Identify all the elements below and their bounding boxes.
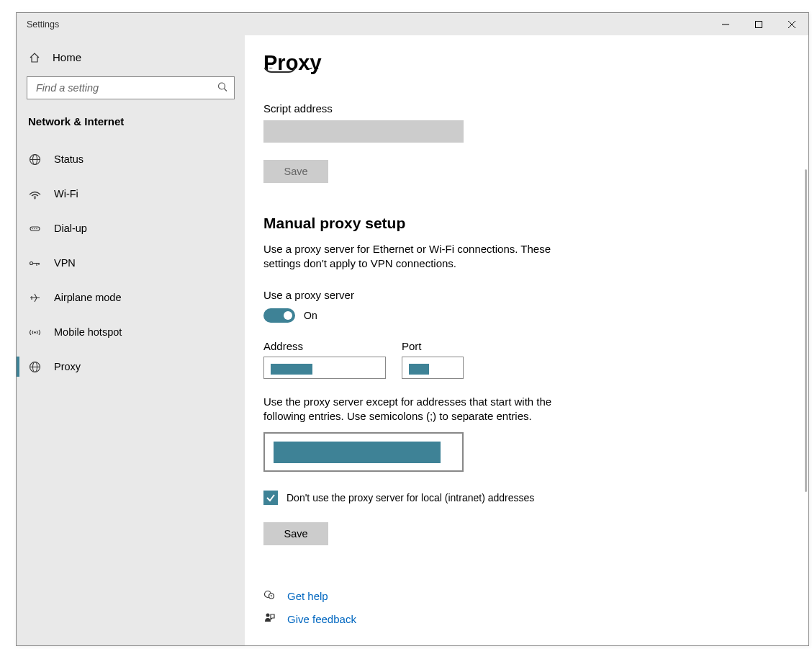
- sidebar-item-label: Proxy: [54, 361, 81, 372]
- setup-script-toggle[interactable]: Off: [263, 68, 808, 85]
- sidebar-item-hotspot[interactable]: Mobile hotspot: [17, 315, 245, 349]
- svg-point-12: [34, 228, 35, 228]
- toggle-state-label: On: [304, 310, 317, 321]
- manual-proxy-desc: Use a proxy server for Ethernet or Wi-Fi…: [263, 242, 587, 272]
- search-input[interactable]: [27, 76, 235, 99]
- sidebar-item-label: Airplane mode: [54, 292, 122, 303]
- script-address-label: Script address: [263, 102, 808, 115]
- window-title: Settings: [27, 19, 59, 30]
- globe-icon: [28, 361, 41, 373]
- redacted-port: [409, 364, 429, 375]
- save-manual-button[interactable]: Save: [263, 522, 328, 545]
- svg-point-4: [219, 83, 225, 89]
- exceptions-input[interactable]: [263, 432, 464, 472]
- sidebar-item-label: Mobile hotspot: [54, 326, 122, 338]
- give-feedback-link[interactable]: Give feedback: [287, 613, 356, 625]
- sidebar-item-dialup[interactable]: Dial-up: [17, 211, 245, 246]
- home-label: Home: [53, 51, 81, 63]
- globe-icon: [28, 153, 41, 166]
- svg-point-18: [34, 331, 36, 334]
- sidebar-item-label: VPN: [54, 257, 76, 269]
- use-proxy-toggle[interactable]: [263, 308, 295, 323]
- sidebar-item-vpn[interactable]: VPN: [17, 246, 245, 280]
- svg-point-9: [34, 197, 35, 199]
- local-bypass-checkbox[interactable]: [263, 491, 278, 505]
- redacted-address: [271, 364, 312, 375]
- get-help-link[interactable]: Get help: [287, 590, 328, 602]
- dialup-icon: [28, 223, 41, 235]
- airplane-icon: [28, 292, 41, 304]
- save-script-button[interactable]: Save: [263, 160, 328, 183]
- svg-point-13: [36, 228, 37, 228]
- wifi-icon: [28, 188, 41, 200]
- address-label: Address: [263, 340, 386, 352]
- manual-proxy-heading: Manual proxy setup: [263, 215, 808, 232]
- hotspot-icon: [28, 326, 41, 339]
- sidebar-item-status[interactable]: Status: [17, 142, 245, 176]
- sidebar-item-wifi[interactable]: Wi-Fi: [17, 176, 245, 211]
- home-icon: [28, 52, 41, 63]
- sidebar-item-proxy[interactable]: Proxy: [17, 349, 245, 384]
- help-icon: ?: [263, 588, 276, 603]
- svg-point-14: [30, 261, 32, 264]
- window-controls: [709, 13, 808, 35]
- toggle-state-label: Off: [305, 68, 320, 71]
- exceptions-label: Use the proxy server except for addresse…: [263, 395, 559, 424]
- port-label: Port: [402, 340, 464, 352]
- settings-window: Settings Home: [16, 12, 809, 646]
- sidebar-item-airplane[interactable]: Airplane mode: [17, 280, 245, 315]
- close-button[interactable]: [775, 13, 808, 35]
- vpn-icon: [28, 257, 41, 269]
- search-icon: [217, 82, 227, 94]
- svg-text:?: ?: [271, 594, 273, 599]
- maximize-button[interactable]: [742, 13, 775, 35]
- local-bypass-label: Don't use the proxy server for local (in…: [287, 492, 534, 503]
- scrollbar-thumb[interactable]: [805, 169, 807, 492]
- script-address-input[interactable]: [263, 120, 464, 143]
- titlebar: Settings: [17, 13, 808, 35]
- svg-point-25: [266, 614, 270, 617]
- use-proxy-label: Use a proxy server: [263, 289, 808, 301]
- feedback-icon: [263, 612, 276, 626]
- sidebar-category: Network & Internet: [17, 105, 245, 133]
- redacted-exceptions: [274, 442, 441, 463]
- sidebar-item-label: Dial-up: [54, 223, 87, 234]
- svg-point-11: [32, 228, 32, 228]
- svg-line-5: [225, 89, 227, 91]
- sidebar-item-label: Wi-Fi: [54, 188, 78, 200]
- home-button[interactable]: Home: [17, 44, 245, 71]
- svg-rect-1: [756, 21, 762, 27]
- content-area: Proxy Off Script address Save Manual pro…: [245, 35, 808, 645]
- minimize-button[interactable]: [709, 13, 742, 35]
- sidebar: Home Network & Internet Status: [17, 35, 245, 645]
- sidebar-item-label: Status: [54, 153, 84, 165]
